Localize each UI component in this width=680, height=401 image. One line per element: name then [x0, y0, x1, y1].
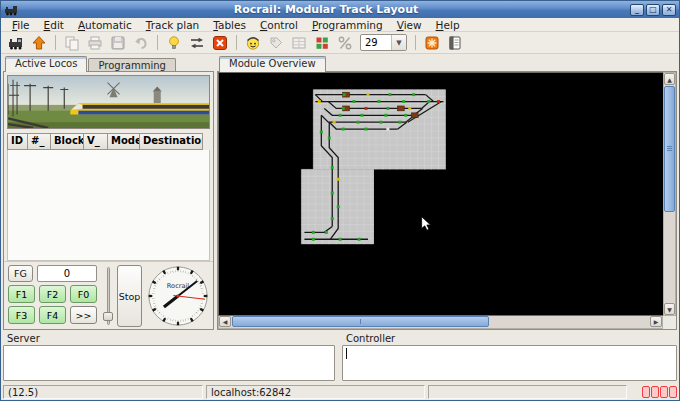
stop-button[interactable]: Stop: [117, 265, 142, 327]
routes-icon[interactable]: [187, 33, 207, 53]
chevron-down-icon[interactable]: ▼: [391, 34, 406, 51]
scroll-down-icon[interactable]: ▼: [664, 303, 675, 315]
next-functions-button[interactable]: >>: [70, 306, 97, 324]
controller-label: Controller: [342, 332, 677, 345]
tab-module-overview[interactable]: Module Overview: [219, 56, 326, 72]
track-layout-canvas[interactable]: [218, 72, 663, 316]
server-label: Server: [3, 332, 335, 345]
slider-handle[interactable]: [103, 312, 113, 321]
menu-programming[interactable]: Programming: [305, 19, 390, 31]
loco-table-body: [7, 150, 210, 261]
layout-canvas-svg: [219, 73, 663, 315]
f1-button[interactable]: F1: [8, 285, 35, 303]
speed-slider[interactable]: [103, 265, 113, 327]
menu-help[interactable]: Help: [429, 19, 467, 31]
menu-automatic[interactable]: Automatic: [71, 19, 139, 31]
column-header-id[interactable]: ID: [7, 133, 28, 150]
menu-tables[interactable]: Tables: [206, 19, 253, 31]
f0-button[interactable]: F0: [70, 285, 97, 303]
loco-panel: Active Locos Programming: [3, 56, 214, 330]
f4-button[interactable]: F4: [39, 306, 66, 324]
module-panel-tabs: Module Overview: [217, 56, 677, 72]
status-cell-1: localhost:62842: [206, 385, 425, 399]
column-header-mode[interactable]: Mode: [108, 133, 140, 150]
text-caret: [346, 348, 347, 359]
server-group: Server: [3, 332, 335, 381]
status-led: [669, 386, 677, 398]
toolbar: ▼: [1, 32, 679, 54]
column-header-v[interactable]: V_: [84, 133, 108, 150]
scroll-up-icon[interactable]: ▲: [664, 73, 675, 85]
emergency-break-icon[interactable]: [210, 33, 230, 53]
help-book-icon[interactable]: [445, 33, 465, 53]
window-title: Rocrail: Modular Track Layout: [22, 3, 630, 16]
menubar: FileEditAutomaticTrack planTablesControl…: [1, 18, 679, 32]
f3-button[interactable]: F3: [8, 306, 35, 324]
scroll-left-icon[interactable]: ◀: [219, 316, 231, 327]
menu-edit[interactable]: Edit: [37, 19, 71, 31]
print-icon[interactable]: [85, 33, 105, 53]
menu-track-plan[interactable]: Track plan: [139, 19, 207, 31]
tab-active-locos[interactable]: Active Locos: [5, 56, 87, 72]
tab-programming[interactable]: Programming: [88, 58, 175, 72]
column-header-[interactable]: #_: [28, 133, 51, 150]
toolbar-separator: [157, 35, 158, 50]
zoom-combo[interactable]: ▼: [360, 34, 407, 51]
status-leds: [642, 386, 677, 398]
operator-icon[interactable]: [243, 33, 263, 53]
toolbar-separator: [55, 35, 56, 50]
statusbar: (12.5)localhost:62842: [1, 383, 679, 400]
controller-group: Controller: [342, 332, 677, 381]
loco-image: [7, 75, 210, 129]
maximize-button[interactable]: □: [646, 4, 660, 16]
io-monitor-icon[interactable]: [289, 33, 309, 53]
horizontal-scroll-thumb[interactable]: [232, 316, 489, 327]
close-button[interactable]: ✕: [662, 4, 676, 16]
power-up-icon[interactable]: [29, 33, 49, 53]
module-colors-icon[interactable]: [312, 33, 332, 53]
app-window: Rocrail: Modular Track Layout _ □ ✕ File…: [0, 0, 680, 401]
scroll-right-icon[interactable]: ▶: [650, 316, 662, 327]
minimize-button[interactable]: _: [630, 4, 644, 16]
main-content: Active Locos Programming: [1, 54, 679, 331]
loco-panel-tabs: Active Locos Programming: [3, 56, 214, 72]
tag-icon[interactable]: [266, 33, 286, 53]
vertical-scroll-thumb[interactable]: [664, 86, 675, 212]
status-led: [651, 386, 659, 398]
menu-file[interactable]: File: [5, 19, 37, 31]
vertical-scrollbar[interactable]: ▲ ▼: [663, 72, 676, 316]
function-button-grid: F1F2F0F3F4>>: [8, 285, 99, 324]
zoom-combo-input[interactable]: [361, 37, 391, 48]
copy-icon[interactable]: [62, 33, 82, 53]
titlebar: Rocrail: Modular Track Layout _ □ ✕: [1, 1, 679, 18]
menu-control[interactable]: Control: [253, 19, 305, 31]
lamp-icon[interactable]: [164, 33, 184, 53]
function-column: FG F1F2F0F3F4>>: [8, 265, 99, 327]
server-trace-box[interactable]: [3, 345, 335, 381]
f2-button[interactable]: F2: [39, 285, 66, 303]
track-power-icon[interactable]: [422, 33, 442, 53]
save-icon[interactable]: [108, 33, 128, 53]
fg-button[interactable]: FG: [8, 265, 33, 282]
controller-trace-box[interactable]: [342, 345, 677, 381]
statusbar-cells: (12.5)localhost:62842: [3, 385, 627, 399]
module-panel-body: ▲ ▼ ◀ ▶: [217, 71, 677, 330]
speed-field[interactable]: [37, 265, 97, 282]
percent-icon[interactable]: [335, 33, 355, 53]
toolbar-separator: [415, 35, 416, 50]
column-header-destination[interactable]: Destination: [140, 133, 203, 150]
loco-table-header: ID#_BlockV_ModeDestination: [7, 133, 210, 150]
fast-clock: Rocrail: [146, 265, 210, 327]
module-panel: Module Overview ▲ ▼ ◀ ▶: [217, 56, 677, 330]
trace-row: Server Controller: [1, 331, 679, 383]
app-locomotive-icon: [4, 4, 19, 16]
throttle-controls: FG F1F2F0F3F4>> Stop: [4, 261, 213, 329]
locomotive-icon[interactable]: [6, 33, 26, 53]
horizontal-scrollbar[interactable]: ◀ ▶: [218, 316, 663, 329]
menu-view[interactable]: View: [390, 19, 429, 31]
column-header-block[interactable]: Block: [51, 133, 84, 150]
status-cell-2: [428, 385, 627, 399]
status-led: [660, 386, 668, 398]
loco-panel-body: ID#_BlockV_ModeDestination FG F1F2F0F3F4…: [3, 71, 214, 330]
undo-icon[interactable]: [131, 33, 151, 53]
